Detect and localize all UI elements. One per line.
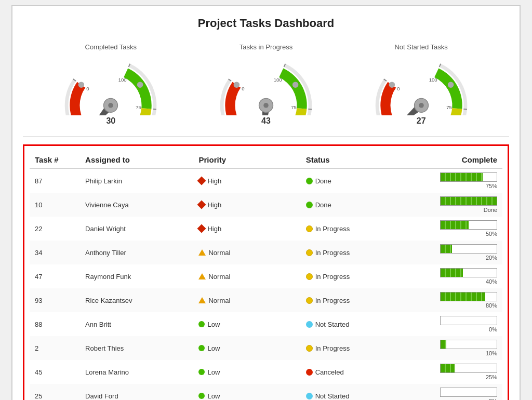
status-label: In Progress <box>315 297 350 304</box>
progress-bar <box>440 244 497 254</box>
table-row: 25 David Ford Low Not Started 0% <box>30 384 502 400</box>
progress-label: 75% <box>486 183 497 189</box>
svg-point-24 <box>234 82 240 88</box>
progress-label: Done <box>484 207 497 213</box>
task-number: 25 <box>30 384 80 400</box>
assigned-to: Philip Larkin <box>80 169 193 193</box>
status-label: Done <box>315 201 331 209</box>
progress-label: 10% <box>486 350 497 356</box>
svg-text:100: 100 <box>429 77 437 83</box>
status-label: In Progress <box>315 344 350 352</box>
progress-label: 25% <box>486 374 497 380</box>
progress-fill <box>441 340 446 349</box>
col-header-priority: Priority <box>193 151 300 169</box>
svg-point-41 <box>419 103 424 108</box>
dashboard: Project Tasks Dashboard Completed Tasks … <box>11 5 521 400</box>
priority-label: High <box>207 201 221 209</box>
page-title: Project Tasks Dashboard <box>23 11 509 38</box>
task-number: 22 <box>30 217 80 241</box>
status-dot <box>306 202 313 208</box>
progress-label: 80% <box>486 302 497 309</box>
svg-text:75: 75 <box>136 104 142 110</box>
progress-bar <box>440 364 497 373</box>
assigned-to: Raymond Funk <box>80 264 193 288</box>
progress-label: 20% <box>486 255 497 261</box>
status-label: Not Started <box>315 392 350 400</box>
table-row: 2 Robert Thies Low In Progress 10% <box>30 336 502 360</box>
gauge-2: Not Started Tasks 0255075100 27 <box>354 43 489 126</box>
svg-text:100: 100 <box>274 77 282 83</box>
status-cell: Done <box>301 169 402 193</box>
svg-text:75: 75 <box>291 104 297 110</box>
assigned-to: Ann Britt <box>80 312 193 336</box>
complete-cell: 75% <box>402 169 502 193</box>
progress-label: 50% <box>486 231 497 237</box>
progress-label: 40% <box>486 278 497 285</box>
status-label: Done <box>315 177 331 185</box>
task-number: 45 <box>30 360 80 384</box>
complete-cell: 25% <box>402 360 502 384</box>
status-dot <box>306 369 313 376</box>
circle-icon <box>198 321 205 327</box>
priority-cell: Low <box>193 360 300 384</box>
gauge-svg: 0255075100 <box>369 53 473 115</box>
status-cell: In Progress <box>301 336 402 360</box>
gauge-label-1: Tasks in Progress <box>240 43 293 51</box>
priority-cell: High <box>193 169 300 193</box>
assigned-to: Rice Kazantsev <box>80 288 193 312</box>
priority-label: Normal <box>208 249 230 257</box>
table-row: 47 Raymond Funk Normal In Progress 40% <box>30 264 502 288</box>
table-row: 34 Anthony Tiller Normal In Progress 20% <box>30 241 502 264</box>
svg-point-39 <box>448 82 454 88</box>
gauge-svg: 0255075100 <box>214 53 318 115</box>
gauges-section: Completed Tasks 0255075100 30 Tasks in P… <box>23 38 509 137</box>
status-cell: In Progress <box>301 264 402 288</box>
priority-cell: High <box>193 217 300 241</box>
status-cell: Not Started <box>301 384 402 400</box>
priority-cell: Low <box>193 384 300 400</box>
priority-label: Normal <box>208 273 230 281</box>
priority-cell: High <box>193 193 300 217</box>
assigned-to: Lorena Marino <box>80 360 193 384</box>
tasks-table: Task # Assigned to Priority Status Compl… <box>30 151 502 400</box>
progress-fill <box>441 221 469 229</box>
priority-label: Low <box>207 392 220 400</box>
table-row: 87 Philip Larkin High Done 75% <box>30 169 502 193</box>
progress-bar <box>440 196 497 206</box>
priority-cell: Low <box>193 312 300 336</box>
diamond-icon <box>197 177 206 185</box>
status-cell: In Progress <box>301 217 402 241</box>
status-dot <box>306 393 313 399</box>
svg-text:0: 0 <box>242 86 244 91</box>
gauge-value-1: 43 <box>261 116 271 126</box>
gauge-label-0: Completed Tasks <box>85 43 137 51</box>
table-row: 45 Lorena Marino Low Canceled 25% <box>30 360 502 384</box>
progress-fill <box>441 292 485 301</box>
priority-cell: Normal <box>193 288 300 312</box>
svg-point-27 <box>263 103 269 108</box>
task-number: 93 <box>30 288 80 312</box>
gauge-0: Completed Tasks 0255075100 30 <box>43 43 178 126</box>
priority-cell: Normal <box>193 241 300 264</box>
svg-text:100: 100 <box>118 77 127 83</box>
svg-line-31 <box>463 109 467 110</box>
svg-text:75: 75 <box>446 104 452 110</box>
progress-fill <box>441 245 452 253</box>
table-row: 93 Rice Kazantsev Normal In Progress 80% <box>30 288 502 312</box>
status-cell: Done <box>301 193 402 217</box>
gauge-1: Tasks in Progress 0255075100 43 <box>198 43 334 126</box>
triangle-icon <box>198 273 206 279</box>
complete-cell: 10% <box>402 336 502 360</box>
status-label: Not Started <box>315 321 350 328</box>
status-dot <box>306 249 313 256</box>
status-label: Canceled <box>315 368 344 376</box>
svg-point-38 <box>389 82 395 88</box>
complete-cell: 0% <box>402 384 502 400</box>
svg-point-10 <box>78 82 85 88</box>
assigned-to: Daniel Wright <box>80 217 193 241</box>
gauge-value-0: 30 <box>106 116 115 126</box>
circle-icon <box>198 369 205 375</box>
priority-label: High <box>207 225 221 233</box>
task-number: 87 <box>30 169 80 193</box>
status-cell: Canceled <box>301 360 402 384</box>
